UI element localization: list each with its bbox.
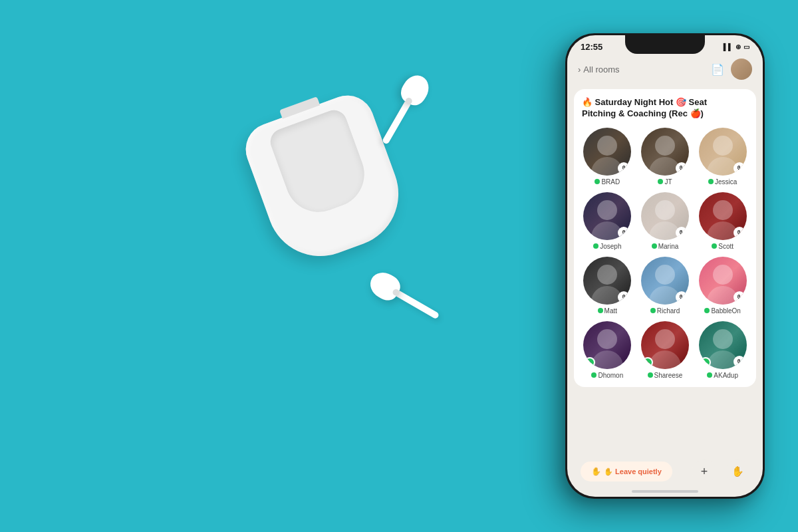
document-icon[interactable]: 📄	[711, 63, 724, 76]
status-dot	[650, 308, 656, 313]
leave-quietly-button[interactable]: ✋ ✋ Leave quietly	[581, 462, 672, 481]
mic-off-icon: 🎙	[678, 165, 684, 172]
mic-off-badge: 🎙	[618, 227, 630, 239]
signal-icon: ▌▌	[724, 43, 733, 51]
mic-off-icon: 🎙	[736, 165, 742, 172]
speaker-item[interactable]: 🎙Jessica	[697, 128, 748, 186]
speaker-name: BRAD	[595, 178, 620, 186]
speaker-name: Scott	[712, 243, 733, 250]
speakers-grid: 🎙BRAD🎙JT🎙Jessica🎙Joseph🎙Marina🎙Scott🎙Mat…	[582, 128, 748, 379]
mic-off-icon: 🎙	[736, 229, 742, 236]
mic-off-badge: 🎙	[733, 162, 745, 174]
speaker-name-text: Shareese	[654, 372, 683, 379]
status-dot	[707, 372, 712, 378]
speaker-name-text: Matt	[604, 307, 617, 315]
mic-off-icon: 🎙	[621, 229, 627, 236]
speaker-avatar: 🎙	[641, 128, 689, 176]
speaker-avatar: 🎙	[641, 257, 689, 305]
mic-off-badge: 🎙	[676, 291, 688, 303]
speaker-name: Matt	[598, 307, 617, 315]
wifi-icon: ⊛	[735, 43, 741, 51]
back-nav[interactable]: › All rooms	[578, 65, 620, 74]
status-dot	[648, 372, 653, 378]
speaker-item[interactable]: 🎙JT	[640, 128, 691, 186]
mic-off-badge: 🎙	[618, 291, 630, 303]
phone-notch	[625, 35, 705, 54]
status-dot	[591, 372, 597, 378]
speaker-avatar	[583, 321, 631, 369]
status-dot	[598, 308, 603, 313]
speaker-name-text: Scott	[718, 243, 733, 250]
mic-off-badge: 🎙	[676, 227, 688, 239]
speaker-name-text: Marina	[658, 243, 679, 250]
leave-icon: ✋	[591, 467, 601, 476]
speaker-name-text: Joseph	[600, 243, 621, 250]
speaker-avatar: 🎙	[699, 192, 747, 240]
speaker-name-text: BRAD	[601, 178, 620, 186]
speaker-avatar: 🎙	[583, 257, 631, 305]
speaker-name: JT	[658, 178, 672, 186]
speaker-avatar: 🎙	[583, 128, 631, 176]
speaker-item[interactable]: 🎙AKAdup	[697, 321, 748, 379]
mic-off-badge: 🎙	[733, 356, 745, 368]
speaker-name: BabbleOn	[704, 307, 740, 315]
chevron-left-icon: ›	[578, 65, 581, 74]
status-dot	[658, 179, 663, 184]
user-avatar[interactable]	[731, 59, 752, 80]
app-header: › All rooms 📄	[567, 55, 763, 84]
status-dot	[652, 243, 657, 249]
speaker-avatar: 🎙	[641, 192, 689, 240]
speaker-avatar: 🎙	[699, 128, 747, 176]
online-badge	[700, 357, 711, 368]
hand-icon: ✋	[732, 466, 744, 477]
online-badge	[642, 357, 653, 368]
speaker-item[interactable]: 🎙Joseph	[582, 192, 633, 250]
bottom-actions: + ✋	[692, 460, 749, 483]
bottom-bar: ✋ ✋ Leave quietly + ✋	[574, 460, 756, 483]
speaker-item[interactable]: 🎙Scott	[697, 192, 748, 250]
speaker-item[interactable]: 🎙BabbleOn	[697, 257, 748, 315]
speaker-name-text: Dhomon	[598, 372, 623, 379]
speaker-name: Shareese	[648, 372, 683, 379]
mic-off-badge: 🎙	[676, 162, 688, 174]
mic-off-icon: 🎙	[621, 165, 627, 172]
speaker-name: Jessica	[708, 178, 737, 186]
mic-off-icon: 🎙	[736, 294, 742, 301]
mic-off-badge: 🎙	[618, 162, 630, 174]
all-rooms-label: All rooms	[583, 65, 619, 74]
speaker-avatar	[641, 321, 689, 369]
online-badge	[585, 357, 595, 368]
mic-off-icon: 🎙	[678, 294, 684, 301]
status-dot	[593, 243, 598, 249]
mic-off-icon: 🎙	[621, 294, 627, 301]
speaker-name-text: BabbleOn	[711, 307, 740, 315]
speaker-name: Richard	[650, 307, 680, 315]
status-dot	[708, 179, 714, 184]
status-icons: ▌▌ ⊛ ▭	[724, 43, 749, 51]
speaker-name: Dhomon	[591, 372, 623, 379]
status-time: 12:55	[581, 42, 602, 52]
mic-off-icon: 🎙	[678, 229, 684, 236]
room-title: 🔥 Saturday Night Hot 🎯 Seat Pitching & C…	[582, 97, 748, 120]
speaker-name: Joseph	[593, 243, 621, 250]
speaker-name: AKAdup	[707, 372, 738, 379]
raise-hand-button[interactable]: ✋	[726, 460, 749, 483]
speaker-name-text: AKAdup	[714, 372, 738, 379]
speaker-name: Marina	[652, 243, 679, 250]
speaker-item[interactable]: 🎙Marina	[640, 192, 691, 250]
speaker-item[interactable]: Shareese	[640, 321, 691, 379]
mic-off-badge: 🎙	[733, 291, 745, 303]
phone: 12:55 ▌▌ ⊛ ▭ › All rooms 📄 🔥 Saturday Ni…	[565, 33, 765, 499]
speaker-item[interactable]: 🎙Richard	[640, 257, 691, 315]
add-button[interactable]: +	[692, 460, 716, 483]
speaker-avatar: 🎙	[699, 321, 747, 369]
header-icons: 📄	[711, 59, 752, 80]
speaker-avatar: 🎙	[699, 257, 747, 305]
mic-off-icon: 🎙	[736, 358, 742, 365]
speaker-item[interactable]: 🎙BRAD	[582, 128, 633, 186]
mic-off-badge: 🎙	[733, 227, 745, 239]
speaker-item[interactable]: 🎙Matt	[582, 257, 633, 315]
speaker-item[interactable]: Dhomon	[582, 321, 633, 379]
home-indicator	[632, 490, 698, 493]
speaker-avatar: 🎙	[583, 192, 631, 240]
